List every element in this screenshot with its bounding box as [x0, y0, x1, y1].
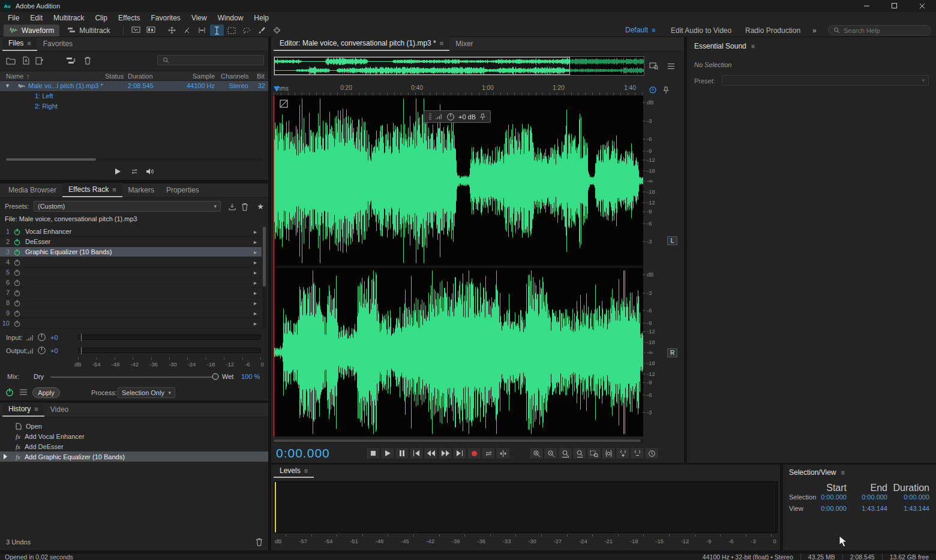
- view-end[interactable]: 1:43.144: [850, 505, 887, 512]
- save-preset-icon[interactable]: [226, 201, 238, 213]
- history-item[interactable]: fx Add DeEsser: [0, 441, 268, 451]
- chevron-right-icon[interactable]: ▸: [254, 239, 257, 245]
- rack-slot-7[interactable]: 7▸: [0, 288, 262, 298]
- file-row[interactable]: ▼ Male vo...l pitch (1).mp3 * 2:08.545 4…: [0, 81, 268, 91]
- zoom-to-selection-icon[interactable]: [587, 447, 601, 459]
- tab-properties[interactable]: Properties: [160, 183, 205, 197]
- waveform-editor-toggle-icon[interactable]: [129, 25, 143, 36]
- skip-to-end-button[interactable]: [452, 447, 467, 459]
- spot-healing-tool-icon[interactable]: [270, 25, 284, 36]
- chevron-right-icon[interactable]: ▸: [254, 279, 257, 286]
- power-icon[interactable]: [13, 309, 21, 317]
- files-search-input[interactable]: [173, 57, 251, 64]
- panel-menu-icon[interactable]: ≡: [440, 40, 443, 47]
- workspace-default[interactable]: Default ≡: [625, 26, 655, 34]
- panel-menu-icon[interactable]: ≡: [751, 43, 755, 50]
- favorite-star-icon[interactable]: ★: [254, 200, 266, 212]
- files-autoplay-button[interactable]: [144, 165, 156, 177]
- marquee-selection-tool-icon[interactable]: [225, 25, 239, 36]
- zoom-reset-icon[interactable]: [644, 447, 659, 459]
- zoom-out-time-icon[interactable]: [572, 447, 587, 459]
- menu-edit[interactable]: Edit: [25, 14, 48, 22]
- workspace-radio-production[interactable]: Radio Production: [745, 26, 800, 35]
- power-icon[interactable]: [13, 299, 21, 307]
- tab-favorites[interactable]: Favorites: [37, 37, 79, 51]
- chevron-right-icon[interactable]: ▸: [254, 228, 257, 235]
- disclosure-icon[interactable]: ▼: [5, 83, 10, 89]
- razor-tool-icon[interactable]: [180, 25, 194, 36]
- clear-history-icon[interactable]: [253, 536, 265, 548]
- files-table-header[interactable]: Name ↑ Status Duration Sample Rate Chann…: [0, 71, 268, 81]
- power-icon[interactable]: [13, 258, 21, 266]
- menu-view[interactable]: View: [186, 14, 212, 22]
- power-icon[interactable]: [13, 238, 21, 246]
- delete-preset-icon[interactable]: [239, 201, 251, 213]
- rack-slot-2[interactable]: 2DeEsser▸: [0, 237, 262, 247]
- power-icon[interactable]: [13, 228, 21, 236]
- files-hscrollbar[interactable]: [5, 158, 263, 161]
- power-icon[interactable]: [13, 269, 21, 276]
- help-search[interactable]: [828, 25, 931, 35]
- insert-into-multitrack-icon[interactable]: [65, 55, 77, 67]
- maximize-button[interactable]: [881, 0, 908, 12]
- rack-slot-4[interactable]: 4▸: [0, 257, 262, 267]
- power-icon[interactable]: [13, 248, 21, 256]
- auto-scroll-icon[interactable]: [647, 84, 659, 96]
- pin-icon[interactable]: [660, 84, 672, 96]
- selection-duration[interactable]: 0:00.000: [891, 493, 929, 501]
- rack-slot-3[interactable]: 3Graphic Equalizer (10 Bands)▸: [0, 247, 262, 257]
- workspace-overflow-button[interactable]: »: [812, 26, 817, 35]
- pause-button[interactable]: [395, 447, 409, 459]
- tab-history[interactable]: History≡: [2, 402, 44, 417]
- tab-editor[interactable]: Editor: Male voice, conversational pitch…: [274, 37, 449, 51]
- apply-button[interactable]: Apply: [32, 387, 60, 398]
- input-gain-knob-icon[interactable]: [37, 333, 46, 342]
- waveform-display[interactable]: +0 dB: [274, 96, 643, 436]
- file-child-row[interactable]: 1: Left: [0, 91, 268, 101]
- menu-file[interactable]: File: [2, 14, 25, 22]
- input-gain-value[interactable]: +0: [50, 334, 58, 341]
- import-file-icon[interactable]: [20, 55, 32, 67]
- editor-hscrollbar[interactable]: [274, 439, 643, 442]
- rack-slot-5[interactable]: 5▸: [0, 267, 262, 278]
- view-start[interactable]: 0:00.000: [809, 505, 847, 512]
- hud[interactable]: +0 dB: [424, 110, 491, 123]
- panel-menu-icon[interactable]: ≡: [841, 469, 845, 476]
- chevron-right-icon[interactable]: ▸: [254, 320, 257, 327]
- output-gain-knob-icon[interactable]: [37, 346, 46, 355]
- zoom-out-icon[interactable]: [544, 447, 558, 459]
- mix-wet-value[interactable]: 100 %: [241, 373, 260, 380]
- mix-slider-track[interactable]: [50, 377, 214, 378]
- slip-tool-icon[interactable]: [195, 25, 209, 36]
- tab-markers[interactable]: Markers: [122, 183, 160, 197]
- chevron-right-icon[interactable]: ▸: [254, 249, 257, 255]
- time-display[interactable]: 0:00.000: [276, 446, 330, 460]
- rack-slot-6[interactable]: 6▸: [0, 278, 262, 288]
- playhead-handle[interactable]: [274, 86, 280, 92]
- delete-file-icon[interactable]: [82, 55, 94, 67]
- lasso-selection-tool-icon[interactable]: [240, 25, 254, 36]
- tab-mixer[interactable]: Mixer: [449, 37, 479, 51]
- tab-effects-rack[interactable]: Effects Rack≡: [62, 183, 122, 197]
- zoom-in-at-playhead-icon[interactable]: [601, 447, 616, 459]
- panel-menu-icon[interactable]: ≡: [34, 405, 38, 413]
- overview-menu-icon[interactable]: [665, 60, 677, 72]
- hud-gain-value[interactable]: +0 dB: [458, 113, 476, 121]
- waveform-view-button[interactable]: Waveform: [4, 25, 59, 37]
- move-tool-icon[interactable]: [165, 25, 179, 36]
- files-play-button[interactable]: [112, 165, 124, 177]
- play-button[interactable]: [380, 447, 395, 459]
- power-icon[interactable]: [13, 320, 21, 327]
- process-dropdown[interactable]: Selection Only▾: [118, 387, 175, 398]
- editor-hscrollbar-thumb[interactable]: [274, 439, 641, 442]
- file-child-row[interactable]: 2: Right: [0, 101, 268, 112]
- menu-effects[interactable]: Effects: [113, 14, 145, 22]
- time-ruler[interactable]: hms 0:20 0:40 1:00 1:20 1:40: [274, 83, 643, 96]
- paintbrush-tool-icon[interactable]: [255, 25, 269, 36]
- minimize-button[interactable]: [853, 0, 881, 12]
- history-item[interactable]: Open: [0, 421, 268, 431]
- selection-start[interactable]: 0:00.000: [809, 493, 847, 501]
- files-search[interactable]: [157, 55, 264, 65]
- output-gain-value[interactable]: +0: [50, 347, 58, 354]
- workspace-edit-audio-to-video[interactable]: Edit Audio to Video: [671, 26, 731, 35]
